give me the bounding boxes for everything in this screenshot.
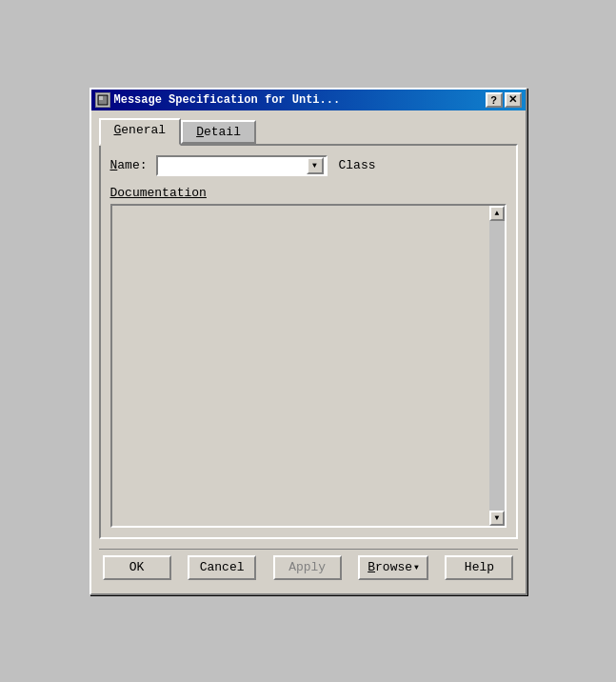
scroll-down-icon: ▼ bbox=[495, 513, 500, 522]
ok-button[interactable]: OK bbox=[103, 555, 171, 580]
name-dropdown[interactable]: ▼ bbox=[156, 155, 328, 176]
tab-detail-label: Detail bbox=[196, 125, 241, 139]
dropdown-arrow-icon[interactable]: ▼ bbox=[307, 157, 324, 174]
close-button[interactable]: ✕ bbox=[505, 92, 522, 108]
ok-label: OK bbox=[129, 560, 145, 574]
browse-arrow-icon: ▼ bbox=[414, 563, 419, 572]
window-title: Message Specification for Unti... bbox=[114, 93, 341, 107]
tab-general-label: General bbox=[114, 123, 167, 137]
tab-detail[interactable]: Detail bbox=[181, 120, 256, 144]
class-label: Class bbox=[339, 158, 376, 172]
cancel-button[interactable]: Cancel bbox=[188, 555, 256, 580]
apply-button[interactable]: Apply bbox=[273, 555, 342, 580]
browse-button[interactable]: Browse ▼ bbox=[358, 555, 428, 580]
dialog-window: Message Specification for Unti... ? ✕ Ge… bbox=[89, 88, 527, 595]
tab-bar: General Detail bbox=[99, 118, 518, 144]
scroll-up-button[interactable]: ▲ bbox=[489, 206, 505, 221]
window-body: General Detail Name: ▼ Class bbox=[91, 110, 526, 593]
help-button[interactable]: ? bbox=[486, 92, 503, 108]
documentation-label: Documentation bbox=[110, 186, 507, 200]
title-bar: Message Specification for Unti... ? ✕ bbox=[91, 90, 526, 110]
tab-general[interactable]: General bbox=[99, 118, 182, 146]
cancel-label: Cancel bbox=[200, 560, 245, 574]
title-buttons: ? ✕ bbox=[486, 92, 522, 108]
name-label: Name: bbox=[110, 158, 149, 172]
help-dialog-label: Help bbox=[465, 560, 494, 574]
button-row: OK Cancel Apply Browse ▼ Help bbox=[99, 549, 518, 586]
vertical-scrollbar: ▲ ▼ bbox=[489, 206, 505, 526]
scroll-up-icon: ▲ bbox=[495, 209, 500, 217]
apply-label: Apply bbox=[288, 560, 326, 574]
documentation-textarea[interactable] bbox=[112, 206, 487, 526]
scroll-track[interactable] bbox=[489, 221, 505, 511]
title-bar-left: Message Specification for Unti... bbox=[95, 92, 341, 108]
scroll-down-button[interactable]: ▼ bbox=[489, 511, 505, 526]
name-row: Name: ▼ Class bbox=[110, 155, 507, 176]
svg-rect-1 bbox=[99, 96, 103, 100]
tab-content: Name: ▼ Class Documentation ▲ bbox=[99, 144, 518, 539]
window-icon bbox=[95, 92, 110, 108]
browse-label: Browse bbox=[368, 560, 412, 574]
documentation-area: ▲ ▼ bbox=[110, 204, 507, 528]
help-dialog-button[interactable]: Help bbox=[445, 555, 513, 580]
